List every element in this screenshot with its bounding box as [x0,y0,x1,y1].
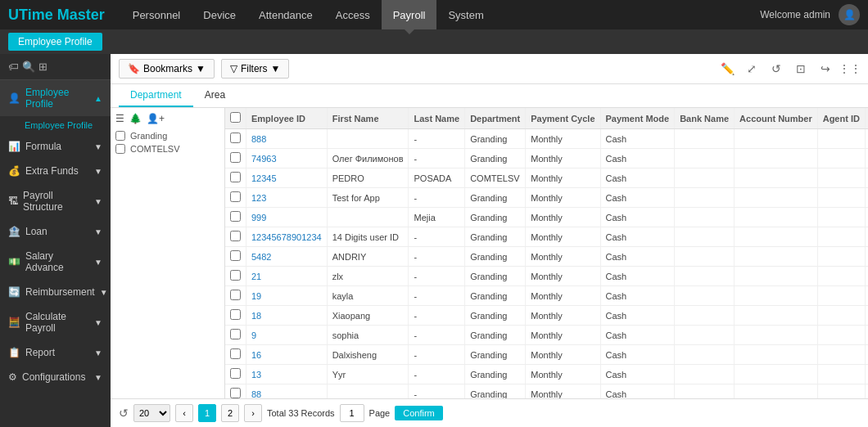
employee-id-link[interactable]: 9 [251,330,256,340]
grid-icon[interactable]: ⊞ [38,61,47,73]
nav-personnel[interactable]: Personnel [121,0,192,29]
employee-id-link[interactable]: 123 [251,193,266,203]
cell-payment-mode: Cash [600,326,675,345]
row-checkbox-cell [225,365,246,384]
next-page-button[interactable]: › [244,404,262,422]
nav-payroll[interactable]: Payroll [382,0,437,29]
tab-department[interactable]: Department [119,84,193,107]
bookmark-icon: 🔖 [128,63,140,74]
cell-payment-mode: Cash [600,384,675,399]
row-checkbox[interactable] [230,231,241,241]
employee-id-link[interactable]: 5482 [251,252,271,262]
employee-id-link[interactable]: 16 [251,350,261,360]
row-checkbox[interactable] [230,368,241,379]
row-checkbox[interactable] [230,290,241,300]
logo-utime: UTime [8,7,53,23]
employee-id-link[interactable]: 21 [251,272,261,281]
employee-id-link[interactable]: 999 [251,213,266,222]
dept-checkbox-comtelsv[interactable] [115,144,125,154]
employee-id-link[interactable]: 12345 [251,173,277,183]
formula-icon: 📊 [8,141,20,152]
row-checkbox[interactable] [230,329,241,339]
nav-system[interactable]: System [436,0,495,29]
cell-last-name: - [409,227,465,247]
sidebar-item-payroll-structure[interactable]: 🏗 Payroll Structure ▼ [0,183,111,219]
sidebar-item-formula[interactable]: 📊 Formula ▼ [0,134,111,159]
dept-item-granding[interactable]: Granding [115,129,219,142]
employee-id-link[interactable]: 19 [251,291,261,301]
select-all-checkbox[interactable] [230,112,241,123]
dept-checkbox-granding[interactable] [115,131,125,141]
cell-payment-mode: Cash [600,286,675,306]
cell-last-name: Mejia [409,208,465,227]
search-icon[interactable]: 🔍 [22,61,35,73]
more-icon-button[interactable]: ⋮⋮ [840,59,860,79]
cell-first-name: PEDRO [327,169,409,188]
cell-employee-id: 16 [246,345,328,365]
employee-id-link[interactable]: 888 [251,134,266,144]
page-jump-input[interactable] [340,404,364,422]
nav-attendance[interactable]: Attendance [247,0,324,29]
tab-area[interactable]: Area [193,84,237,107]
dept-add-icon[interactable]: 👤+ [147,113,165,124]
columns-icon-button[interactable]: ⊡ [791,59,811,79]
nav-device[interactable]: Device [192,0,247,29]
cell-employee-id: 19 [246,286,328,306]
share-icon-button[interactable]: ↪ [816,59,835,79]
user-icon: 👤 [843,9,856,20]
row-checkbox[interactable] [230,133,241,143]
sidebar-subitem-employee-profile[interactable]: Employee Profile [16,116,111,134]
row-checkbox[interactable] [230,270,241,281]
sidebar-item-employee-profile[interactable]: 👤 Employee Profile ▲ [0,80,111,116]
row-checkbox[interactable] [230,152,241,163]
col-account-number: Account Number [735,108,818,129]
row-checkbox-cell [225,188,246,208]
col-agent-account: Agent Account [865,108,868,129]
cell-last-name: - [409,365,465,384]
sidebar-item-label: Payroll Structure [23,190,89,213]
employee-id-link[interactable]: 12345678901234 [251,232,322,242]
confirm-button[interactable]: Confirm [395,406,443,420]
sidebar-item-calculate-payroll[interactable]: 🧮 Calculate Payroll ▼ [0,304,111,340]
refresh-icon-button[interactable]: ↺ [766,59,786,79]
row-checkbox[interactable] [230,250,241,261]
row-checkbox[interactable] [230,172,241,182]
employee-id-link[interactable]: 18 [251,311,261,321]
cell-employee-id: 888 [246,129,328,149]
cell-last-name: - [409,188,465,208]
employee-id-link[interactable]: 88 [251,389,261,399]
row-checkbox-cell [225,247,246,267]
sidebar-item-salary-advance[interactable]: 💵 Salary Advance ▼ [0,244,111,280]
chevron-icon: ▼ [94,318,102,327]
sidebar-item-reimbursement[interactable]: 🔄 Reimbursement ▼ [0,280,111,304]
avatar-button[interactable]: 👤 [839,4,860,25]
row-checkbox[interactable] [230,211,241,222]
cell-employee-id: 5482 [246,247,328,267]
sidebar-item-label: Employee Profile [25,87,89,110]
page-1-button[interactable]: 1 [198,404,216,422]
cell-account-number [735,326,818,345]
row-checkbox[interactable] [230,388,241,398]
cell-agent-account [865,188,868,208]
bookmarks-button[interactable]: 🔖 Bookmarks ▼ [119,59,215,79]
pagination-refresh-icon[interactable]: ↺ [119,407,129,420]
sidebar-item-configurations[interactable]: ⚙ Configurations ▼ [0,365,111,389]
prev-page-button[interactable]: ‹ [175,404,193,422]
employee-id-link[interactable]: 74963 [251,154,277,164]
edit-icon-button[interactable]: ✏️ [717,59,737,79]
dept-item-comtelsv[interactable]: COMTELSV [115,142,219,155]
sidebar-item-extra-funds[interactable]: 💰 Extra Funds ▼ [0,159,111,183]
row-checkbox[interactable] [230,191,241,202]
employee-id-link[interactable]: 13 [251,370,261,380]
cell-employee-id: 12345678901234 [246,227,328,247]
filters-button[interactable]: ▽ Filters ▼ [221,59,290,79]
page-size-select[interactable]: 20 50 100 [133,404,170,422]
row-checkbox[interactable] [230,309,241,320]
sidebar-item-report[interactable]: 📋 Report ▼ [0,340,111,365]
row-checkbox[interactable] [230,348,241,359]
expand-icon-button[interactable]: ⤢ [742,59,762,79]
page-2-button[interactable]: 2 [221,404,239,422]
sub-nav-employee-profile[interactable]: Employee Profile [8,33,102,51]
sidebar-item-loan[interactable]: 🏦 Loan ▼ [0,219,111,244]
nav-access[interactable]: Access [324,0,382,29]
